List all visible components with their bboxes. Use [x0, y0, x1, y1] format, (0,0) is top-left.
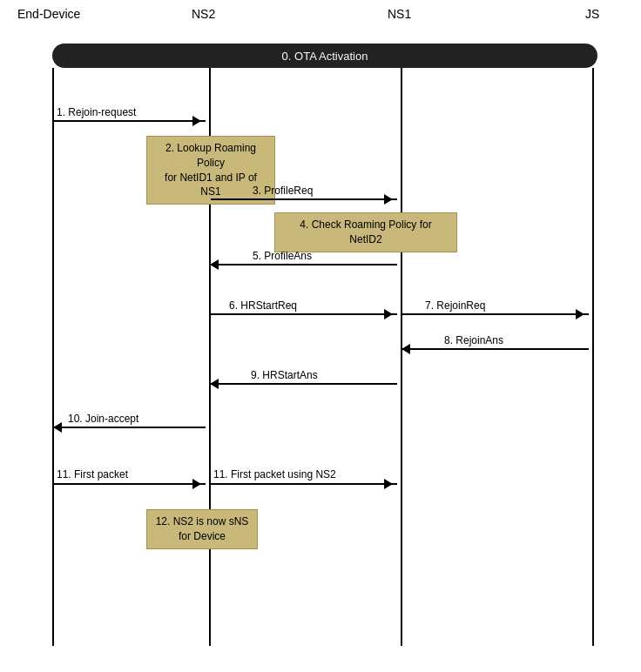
- actor-ns2: NS2: [192, 7, 215, 21]
- label-rejoin-ans: 8. RejoinAns: [444, 334, 503, 346]
- sequence-diagram: End-Device NS2 NS1 JS 0. OTA Activation …: [0, 0, 641, 672]
- actor-end-device: End-Device: [17, 7, 80, 21]
- note-lookup-roaming-text: 2. Lookup Roaming Policyfor NetID1 and I…: [165, 142, 257, 198]
- arrow-first-packet-a: [54, 483, 206, 485]
- arrow-rejoin-request: [54, 120, 206, 122]
- vline-end-device: [52, 68, 54, 646]
- ota-label: 0. OTA Activation: [282, 50, 368, 63]
- vline-js: [592, 68, 594, 646]
- arrow-first-packet-b: [211, 483, 397, 485]
- label-first-packet-a: 11. First packet: [57, 468, 128, 480]
- arrow-hrstart-req: [211, 313, 397, 315]
- actor-ns1: NS1: [388, 7, 411, 21]
- note-check-roaming-text: 4. Check Roaming Policy for NetID2: [300, 218, 431, 245]
- label-hrstart-req: 6. HRStartReq: [229, 299, 297, 312]
- arrow-profile-ans: [211, 264, 397, 265]
- note-check-roaming: 4. Check Roaming Policy for NetID2: [274, 212, 457, 252]
- ota-activation-bar: 0. OTA Activation: [52, 44, 597, 68]
- label-profile-ans: 5. ProfileAns: [253, 250, 312, 262]
- label-rejoin-request: 1. Rejoin-request: [57, 106, 136, 118]
- arrow-join-accept: [54, 427, 206, 428]
- note-ns2-sns: 12. NS2 is now sNSfor Device: [146, 509, 258, 549]
- note-ns2-sns-text: 12. NS2 is now sNSfor Device: [156, 515, 249, 542]
- arrow-hrstart-ans: [211, 383, 397, 385]
- label-profile-req: 3. ProfileReq: [253, 185, 313, 197]
- label-hrstart-ans: 9. HRStartAns: [251, 369, 318, 381]
- arrow-profile-req: [211, 198, 397, 200]
- arrow-rejoin-ans: [402, 348, 589, 350]
- vline-ns1: [401, 68, 402, 646]
- arrow-rejoin-req: [402, 313, 589, 315]
- label-rejoin-req: 7. RejoinReq: [425, 299, 485, 312]
- label-join-accept: 10. Join-accept: [68, 413, 138, 425]
- label-first-packet-b: 11. First packet using NS2: [213, 468, 336, 480]
- actor-js: JS: [585, 7, 599, 21]
